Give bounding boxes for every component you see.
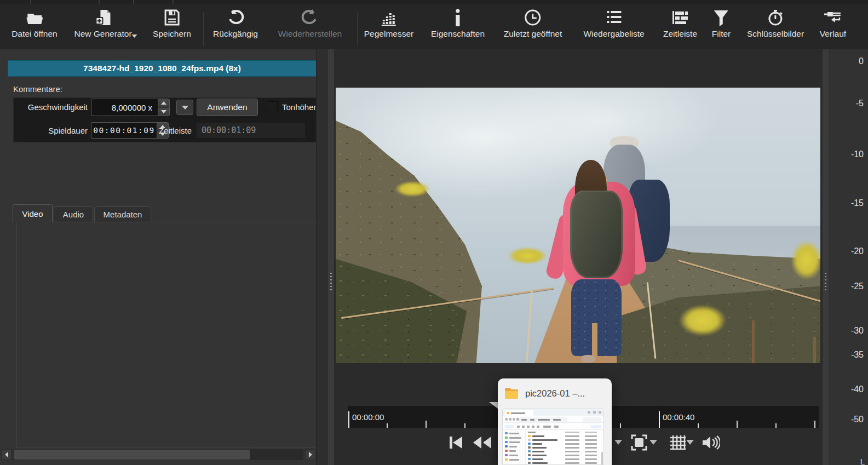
speed-spinner[interactable]: 8,000000 x [91,99,171,116]
toolbar-separator [357,12,358,46]
explorer-window-thumbnail[interactable] [502,409,604,465]
undo-icon [226,9,245,26]
toolbar-label: New Generator [74,29,131,39]
left-splitter-handle[interactable] [328,49,334,465]
history-icon [823,9,843,26]
filters-button[interactable]: Filter [712,9,731,39]
meter-tick-label: -15 [851,198,864,208]
skip-start-icon [448,435,463,450]
tab-video[interactable]: Video [13,204,53,222]
scene-fence-post [752,320,755,363]
skip-to-start-button[interactable] [444,430,468,455]
skip-next-menu-caret[interactable] [614,440,622,445]
playlist-button[interactable]: Wiedergabeliste [583,9,644,39]
tab-audio[interactable]: Audio [54,206,93,222]
properties-button[interactable]: Eigenschaften [431,9,485,39]
audio-peak-meter-panel: 0 -5 -10 -15 -20 -25 -30 -35 -40 -50 L [829,49,868,465]
meter-tick-label: -25 [851,282,864,291]
folder-icon [504,387,519,399]
duration-value[interactable]: 00:00:01:09 [91,122,157,139]
scroll-right-button[interactable] [305,449,315,460]
info-icon [454,9,462,26]
timeline-icon [671,9,689,26]
volume-button[interactable] [699,430,723,455]
menubar-remnant [0,0,868,4]
apply-button[interactable]: Anwenden [197,99,258,116]
audio-peak-meter-button[interactable]: Pegelmesser [364,9,413,39]
thumb-breadcrumb [519,417,567,422]
open-file-button[interactable]: Datei öffnen [12,9,57,39]
meter-channel-label: L [860,457,865,465]
rewind-icon [472,435,492,450]
timeline-button[interactable]: Zeitleiste [663,9,697,39]
meter-tick-label: -35 [851,350,864,360]
ruler-tick [387,423,388,428]
horizontal-scrollbar[interactable] [1,449,315,460]
recent-button[interactable]: Zuletzt geöffnet [504,9,562,39]
thumb-search-box [583,417,601,422]
toolbar-label: Rückgängig [213,29,258,39]
speed-value[interactable]: 8,000000 x [91,99,158,116]
thumbnail-header: pic2026-01 –... [504,384,606,403]
panel-gap [317,49,328,465]
thumb-close [599,411,601,414]
scrollbar-thumb[interactable] [14,450,250,460]
keyframes-button[interactable]: Schlüsselbilder [747,9,804,39]
splitter-grip-icon [825,273,826,290]
speed-increment-button[interactable] [158,99,169,107]
thumb-file-list [526,430,603,464]
rewind-button[interactable] [470,430,494,455]
ruler-tick [737,421,738,428]
toolbar-label: Eigenschaften [431,29,485,39]
filter-funnel-icon [713,9,729,26]
level-meter-icon [380,9,398,26]
scene-flowers [500,244,555,268]
new-generator-button[interactable]: New Generator [74,9,131,39]
history-button[interactable]: Verlauf [820,9,846,39]
mouse-cursor [489,402,498,409]
video-tab-pane [16,222,317,447]
splitter-grip-icon [330,273,332,290]
scene-trail-gap [592,323,597,357]
taskbar-thumbnail-preview[interactable]: pic2026-01 –... [498,378,612,465]
toolbar-label: Datei öffnen [12,29,57,39]
undo-button[interactable]: Rückgängig [213,9,258,39]
scroll-left-button[interactable] [1,449,12,460]
new-document-icon [95,9,111,26]
ruler-tick [426,421,427,428]
timeline-duration-label: Zeitleiste [159,126,192,135]
thumb-scrollbar [601,452,603,465]
pitch-label: Tonhöhen [282,102,317,112]
thumb-toolbar [503,423,603,430]
thumb-sidebar [503,430,526,464]
save-button[interactable]: Speichern [153,9,191,39]
grid-menu-caret[interactable] [686,440,694,445]
open-folder-icon [25,9,44,26]
zoom-fit-icon [631,434,647,451]
scene-fence-post [813,337,816,363]
pitch-compensation-checkbox[interactable] [267,101,278,112]
properties-panel: 7348427-hd_1920_1080_24fps.mp4 (8x) Komm… [0,49,317,465]
meter-tick-label: -40 [851,384,864,394]
tab-metadata[interactable]: Metadaten [94,206,151,222]
redo-button[interactable]: Wiederherstellen [278,9,342,39]
thumb-maximize [593,411,596,414]
playlist-icon [605,9,623,26]
speed-decrement-button[interactable] [158,107,169,116]
scene-hiker1-shoe [581,355,595,363]
clock-icon [524,9,542,26]
thumbnail-title: pic2026-01 –... [525,388,585,399]
ruler-tick [698,423,699,428]
ruler-tick [775,423,777,428]
timeline-duration-field: 00:00:01:09 [196,122,306,139]
right-splitter-handle[interactable] [823,49,829,465]
toolbar-label: Filter [712,29,731,39]
zoom-menu-caret[interactable] [649,440,657,445]
toolbar-label: Wiedergabeliste [583,29,644,39]
chevron-down-icon [132,35,137,38]
zoom-fit-button[interactable] [627,430,651,455]
toolbar-separator [203,12,204,46]
speed-presets-dropdown[interactable] [176,100,193,115]
ruler-tick [620,423,621,428]
duration-spinner[interactable]: 00:00:01:09 [91,122,170,139]
